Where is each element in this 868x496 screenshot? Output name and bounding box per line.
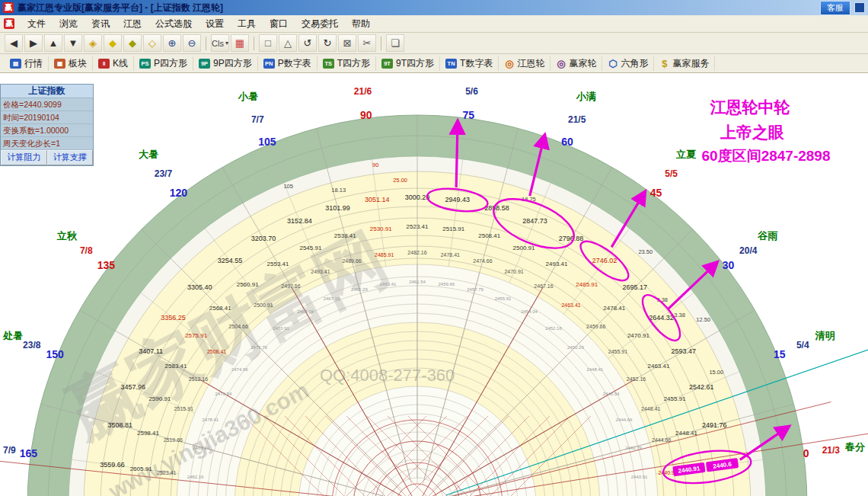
menu-item-0[interactable]: 文件: [21, 16, 53, 32]
gann-box-icon[interactable]: ◆: [104, 34, 122, 52]
ring-value: 3356.25: [161, 314, 186, 322]
module-label: T四方形: [337, 57, 370, 70]
ring-value: 2593.47: [672, 347, 697, 355]
ring-value: 2493.41: [311, 269, 330, 274]
ring-value: 2568.41: [209, 305, 231, 312]
solar-term-label: 清明: [815, 330, 835, 341]
menu-item-7[interactable]: 窗口: [263, 16, 295, 32]
ring-value: 2448.41: [641, 406, 660, 411]
gann-circle-icon[interactable]: ◇: [143, 34, 161, 52]
date-label: 7/7: [251, 114, 264, 125]
menu-item-2[interactable]: 资讯: [85, 16, 116, 32]
angle-label: 75: [462, 109, 474, 121]
module-service[interactable]: $赢家服务: [654, 56, 715, 71]
ring-value: 2454.04: [521, 309, 538, 314]
menu-item-9[interactable]: 帮助: [345, 16, 377, 32]
ring-value: 2446.54: [603, 392, 620, 396]
gann-wheel-svg[interactable]: 赢家财富网www.yingjia360.comQQ:4008-277-36024…: [0, 73, 868, 496]
ring-value: 2538.41: [334, 232, 356, 239]
angle-label: 15: [774, 348, 786, 360]
delete-tool-icon[interactable]: ⊠: [338, 34, 356, 52]
window-corner-icon[interactable]: [854, 2, 865, 13]
ring-value: 3457.96: [120, 383, 145, 391]
gann-fan-icon[interactable]: ◈: [84, 34, 102, 52]
ring-value: 2847.73: [522, 217, 547, 225]
winner-wheel-icon: ◎: [556, 59, 566, 69]
9p-square-icon: 9P: [199, 59, 210, 69]
ring-value: 2644.32: [649, 314, 674, 322]
module-t-square[interactable]: TST四方形: [318, 56, 376, 71]
module-p-square[interactable]: PSP四方形: [134, 56, 193, 71]
module-winner-wheel[interactable]: ◎赢家轮: [550, 56, 602, 71]
module-label: 行情: [24, 57, 43, 70]
ring-value: 2504.66: [229, 324, 248, 329]
solar-term-label: 大暑: [139, 149, 158, 160]
undo-icon[interactable]: ↺: [298, 34, 317, 52]
module-label: 江恩轮: [517, 57, 544, 70]
ring-value: 2478.41: [603, 305, 625, 312]
ring-value: 2605.91: [130, 466, 152, 472]
ring-value: 2461.54: [409, 280, 426, 284]
toolbar-separator: [254, 37, 254, 50]
ring-value: 3051.14: [365, 196, 390, 203]
module-9t-square[interactable]: 9T9T四方形: [376, 56, 440, 71]
ring-value: 2545.91: [299, 245, 321, 251]
small-mark: 23.50: [638, 248, 653, 255]
back-icon[interactable]: ◀: [5, 34, 23, 52]
solar-term-label: 春分: [844, 441, 866, 453]
redo-icon[interactable]: ↻: [318, 34, 337, 52]
ring-value: 2442.79: [625, 446, 642, 450]
zoom-in-icon[interactable]: ⊕: [163, 34, 181, 52]
module-9p-square[interactable]: 9P9P四方形: [193, 56, 258, 71]
module-sector[interactable]: ▦板块: [49, 56, 93, 71]
customer-service-button[interactable]: 客服: [820, 1, 850, 15]
ring-value: 2523.41: [157, 470, 176, 475]
menu-item-6[interactable]: 工具: [231, 16, 263, 32]
ring-value: 2448.41: [675, 430, 697, 437]
ring-value: 2485.91: [576, 281, 598, 288]
menu-item-1[interactable]: 浏览: [53, 16, 85, 32]
triangle-tool-icon[interactable]: △: [279, 34, 297, 52]
ring-value: 3254.55: [218, 257, 243, 264]
index-info-row-2: 变换系数=1.00000: [1, 124, 93, 137]
zoom-out-icon[interactable]: ⊖: [183, 34, 201, 52]
ring-value: 2491.76: [702, 421, 727, 429]
ring-value: 3101.99: [325, 204, 350, 212]
ring-value: 3559.66: [100, 461, 125, 469]
date-label: 23/7: [155, 168, 173, 179]
small-mark: 15.00: [709, 369, 723, 376]
ring-value: 2575.91: [185, 332, 207, 339]
menu-item-3[interactable]: 江恩: [116, 16, 148, 32]
up-icon[interactable]: ▲: [44, 34, 62, 52]
sector-icon: ▦: [54, 59, 65, 69]
module-gann-wheel[interactable]: ◎江恩轮: [499, 56, 550, 71]
module-hexagon[interactable]: ⬡六角形: [602, 56, 654, 71]
palette-icon[interactable]: ▦: [231, 34, 249, 52]
menu-item-5[interactable]: 设置: [199, 16, 231, 32]
cut-tool-icon[interactable]: ✂: [358, 34, 376, 52]
comment-icon[interactable]: ❏: [386, 34, 404, 52]
window-title: 赢家江恩专业版[赢家服务平台] - [上证指数 江恩轮]: [18, 2, 820, 14]
ring-value: 2470.91: [627, 332, 649, 339]
cls-dropdown[interactable]: Cls▾: [211, 34, 229, 52]
calc-support-button[interactable]: 计算支撑: [47, 150, 94, 165]
ring-value: 3203.70: [251, 235, 276, 242]
module-toolbar: ▤行情▦板块‖K线PSP四方形9P9P四方形PNP数字表TST四方形9T9T四方…: [0, 54, 868, 73]
module-t-table[interactable]: TNT数字表: [440, 56, 499, 71]
module-kline[interactable]: ‖K线: [93, 56, 134, 71]
calc-resistance-button[interactable]: 计算阻力: [1, 150, 47, 165]
rect-tool-icon[interactable]: □: [259, 34, 277, 52]
ring-value: 2474.66: [231, 367, 248, 372]
ring-value: 2497.16: [281, 283, 300, 289]
module-label: 赢家服务: [672, 57, 709, 70]
forward-icon[interactable]: ▶: [24, 34, 43, 52]
filter-icon[interactable]: ▼: [64, 34, 82, 52]
ring-value: 2482.16: [407, 250, 426, 255]
module-quote[interactable]: ▤行情: [5, 56, 49, 71]
menu-item-8[interactable]: 交易委托: [295, 16, 345, 32]
module-p-table[interactable]: PNP数字表: [258, 56, 318, 71]
menu-item-4[interactable]: 公式选股: [148, 16, 199, 32]
gann-grid-icon[interactable]: ◆: [123, 34, 142, 52]
small-mark: 18.13: [331, 187, 346, 194]
ring-value: 2467.16: [534, 283, 553, 289]
